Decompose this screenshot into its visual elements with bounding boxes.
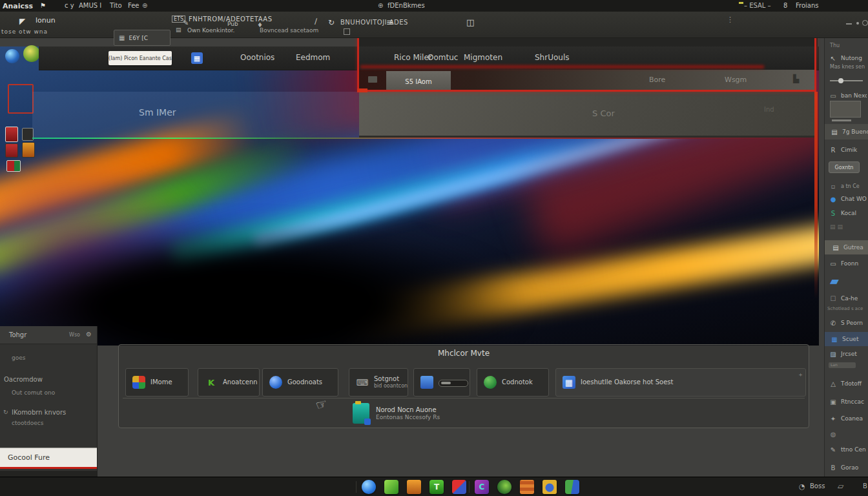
taskbar-right-label[interactable]: B <box>863 482 867 490</box>
tray-photos-icon[interactable]: ▱ <box>838 482 843 491</box>
taskbar-clock-label[interactable]: Boss <box>810 482 825 490</box>
sidebar-item[interactable]: ▤ 7g Buendo <box>825 124 868 140</box>
sidebar-item-label: ttno Cen <box>841 446 866 453</box>
overlay-app-card[interactable]: Goodnoats <box>262 368 338 397</box>
selection-red-stripe <box>814 92 818 298</box>
left-panel-title: Tohgr <box>9 331 26 338</box>
dropdown-button[interactable]: ▦ E6Y [C <box>114 30 170 46</box>
window-menu-item[interactable]: Oootnios <box>240 53 274 62</box>
overlay-list-item[interactable]: Norod Nocn Auone Eontonas Nccesofy Rs <box>353 400 540 426</box>
sidebar-item[interactable]: ✦ Coanea <box>829 412 867 425</box>
gear-icon[interactable]: ⚙ <box>86 331 92 338</box>
window-white-button[interactable]: (Iam) Picon Eanante Cas <box>108 51 172 65</box>
clock-icon[interactable]: ◔ <box>799 482 805 491</box>
menubar-item-3[interactable]: Tito <box>110 2 122 9</box>
left-panel-footer-button[interactable]: Gocool Fure <box>0 448 97 469</box>
overlay-app-card[interactable]: Codnotok <box>477 368 549 397</box>
sidebar-item-label: Lan <box>831 362 838 367</box>
desktop-icon-card-orange[interactable] <box>22 142 35 158</box>
sidebar-item-label: Gutrea <box>843 244 863 251</box>
sidebar-item[interactable]: Thu <box>830 43 840 48</box>
overlay-app-card[interactable]: ⌨ Sotgnot bid ooantconlot <box>349 368 408 397</box>
sidebar-item-label: Kocal <box>841 210 856 216</box>
sidebar-item[interactable]: ▭ ban Nexolcan <box>829 89 867 102</box>
desktop-icon-card-split[interactable] <box>6 160 21 172</box>
sidebar-item[interactable] <box>830 101 861 118</box>
window-app-icon[interactable]: ▦ <box>191 52 203 64</box>
menubar-right-label[interactable]: Froians <box>796 2 819 9</box>
plus-icon[interactable]: ＋ <box>798 371 803 379</box>
streak-edge-line <box>32 138 816 139</box>
refresh-label[interactable]: BNUHOVITOJI ADES <box>340 19 408 26</box>
sidebar-item[interactable]: ▤ Gutrea <box>825 240 868 254</box>
sidebar-item[interactable]: ✎ ttno Cen <box>829 443 867 456</box>
sidebar-item[interactable]: Goxntn <box>829 161 860 173</box>
window-header-bar: S Cor Ind <box>359 92 816 138</box>
record-icon[interactable] <box>862 20 868 26</box>
sidebar-item[interactable]: Lan <box>829 362 856 368</box>
taskbar-icon-swoosh[interactable] <box>497 480 512 494</box>
menubar-item-4[interactable]: Fee <box>128 2 140 9</box>
window-menu-item[interactable]: Eedmom <box>296 53 330 62</box>
left-panel-item[interactable]: ctootdoecs <box>12 420 43 426</box>
taskbar-icon-grid-orange[interactable] <box>520 480 534 494</box>
sidebar-item[interactable]: Mas knes sen <box>830 64 865 70</box>
left-panel-item[interactable]: goes <box>12 355 25 361</box>
sidebar-item-label: Thu <box>830 43 840 48</box>
taskbar-icon-orange-card[interactable] <box>407 480 421 494</box>
more-options-icon[interactable]: ⋮ <box>727 16 734 24</box>
left-panel-item[interactable]: IKomobrn knvors <box>12 409 66 416</box>
list-item-title: Norod Nocn Auone <box>376 406 440 414</box>
menubar-item-2[interactable]: AMUS I <box>79 2 101 9</box>
taskbar-icon-folder-green[interactable] <box>384 480 398 494</box>
overlay-app-card[interactable] <box>413 368 470 397</box>
sidebar-item[interactable] <box>830 78 863 84</box>
sidebar-item[interactable]: △ Tdotoff <box>829 377 867 390</box>
sidebar-item[interactable]: B Gorao <box>829 461 867 474</box>
sidebar-item[interactable]: ◍ <box>829 428 867 440</box>
taskbar-icon-folder-yellow[interactable] <box>542 480 557 494</box>
sidebar-item-label: Nutong <box>841 55 862 61</box>
refresh-icon[interactable]: ↻ <box>328 18 335 27</box>
sidebar-item[interactable]: R Cimik <box>829 143 867 156</box>
desktop-icon-frame-red[interactable] <box>8 84 34 114</box>
taskbar-icon-split[interactable] <box>565 480 579 494</box>
pencil-icon[interactable]: ∕ <box>315 17 317 26</box>
sidebar-item-label: Coanea <box>841 415 863 422</box>
taskbar-icon-green-app[interactable]: T <box>429 480 444 494</box>
app-card-icon: ⌨ <box>356 376 369 389</box>
sidebar-item[interactable]: ▭ Foonn <box>829 257 867 270</box>
taskbar-icon-media[interactable]: C <box>475 480 489 494</box>
desktop-icon-orb-green[interactable] <box>23 45 40 62</box>
sidebar-item[interactable]: ▣ Rtnccac <box>829 395 867 408</box>
sidebar-item[interactable]: Schotlead s ace <box>827 306 863 311</box>
app-card-icon <box>269 376 282 389</box>
desktop-icon-orb-blue[interactable] <box>5 49 19 63</box>
sidebar-item-icon: ↖ <box>829 55 838 62</box>
sidebar-item[interactable]: ↖ Nutong <box>829 52 867 65</box>
sidebar-item[interactable]: ▤▤ <box>830 223 845 230</box>
sidebar-item[interactable]: ▰ <box>830 273 839 288</box>
sidebar-item[interactable]: ● Chat WO <box>829 192 867 205</box>
minimize-icon[interactable] <box>846 23 852 25</box>
sidebar-item[interactable]: ▨ Jrcset <box>829 347 867 360</box>
sidebar-item[interactable]: ☐ Ca-he <box>829 292 867 305</box>
overlay-app-card[interactable]: K Anoatcenn <box>198 368 260 397</box>
sidebar-item[interactable]: S Kocal <box>829 207 867 220</box>
overlay-app-card[interactable]: IMome <box>125 368 189 397</box>
sidebar-item[interactable]: ✆ S Peorn <box>829 316 867 329</box>
stamp-icon[interactable]: ◫ <box>466 17 474 27</box>
checkbox-icon[interactable] <box>344 28 350 35</box>
left-panel-item[interactable]: Out comut ono <box>12 389 55 396</box>
sidebar-item[interactable]: ▦ Scuet <box>825 332 868 346</box>
sidebar-item[interactable]: ▫ a tn Ce <box>829 180 867 192</box>
overlay-app-card[interactable]: ▦ Ioeshutlle Oakorse hot Soest <box>555 368 806 397</box>
left-panel-item[interactable]: Oacromdow <box>4 376 43 383</box>
taskbar-icon-shield[interactable] <box>452 480 466 494</box>
taskbar-icon-sphere[interactable] <box>362 480 376 494</box>
cursor-tool-icon[interactable]: ◤ <box>19 17 25 26</box>
desktop-icon-card-red[interactable] <box>5 127 18 142</box>
menubar-item-1[interactable]: c y <box>65 2 74 9</box>
selection-glow <box>360 65 764 68</box>
desktop-icon-card-red2[interactable] <box>5 143 18 158</box>
